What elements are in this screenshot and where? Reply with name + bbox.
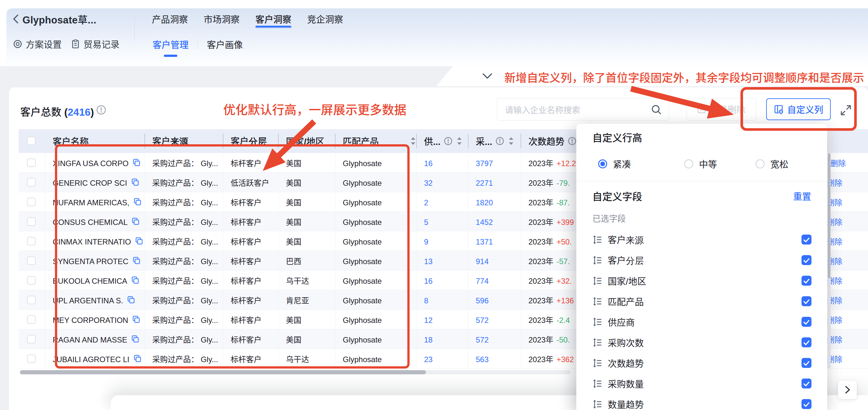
main-tab[interactable]: 竞企洞察 [307,13,343,25]
sub-tab[interactable]: 客户画像 [207,38,243,51]
cell-suppliers-count[interactable]: 9 [424,231,428,251]
col-header-purchases[interactable]: 采... [476,129,515,153]
row-checkbox[interactable] [27,296,36,304]
cell-suppliers-count[interactable]: 16 [424,153,433,172]
cell-purchase-count[interactable]: 1371 [476,231,493,251]
row-checkbox[interactable] [27,158,36,167]
field-checkbox[interactable] [802,235,811,244]
field-checkbox[interactable] [802,338,811,347]
cell-suppliers-count[interactable]: 8 [424,290,428,310]
cell-suppliers-count[interactable]: 5 [424,212,428,231]
cell-purchase-count[interactable]: 1452 [476,212,493,231]
col-header-tier[interactable]: 客户分层 [231,129,267,153]
field-checkbox[interactable] [802,317,811,327]
row-height-radio[interactable]: 宽松 [755,157,788,170]
drag-handle-icon[interactable] [592,297,602,306]
cell-purchase-count[interactable]: 914 [476,251,489,270]
cell-purchase-count[interactable]: 1820 [476,192,493,211]
sort-icon[interactable] [410,136,417,146]
main-tab[interactable]: 客户洞察 [255,13,291,25]
cell-suppliers-count[interactable]: 32 [424,173,433,192]
chevron-down-icon[interactable] [483,73,492,79]
next-page-button[interactable] [838,380,857,400]
copy-icon[interactable] [131,217,140,226]
row-checkbox[interactable] [27,335,36,344]
row-checkbox[interactable] [27,217,36,226]
drag-handle-icon[interactable] [592,256,602,265]
scheme-settings-button[interactable]: 方案设置 [13,38,62,50]
copy-icon[interactable] [132,158,141,167]
drag-handle-icon[interactable] [592,235,602,244]
row-checkbox[interactable] [27,178,36,187]
select-all-checkbox[interactable] [27,137,36,145]
row-checkbox[interactable] [27,276,36,285]
row-checkbox[interactable] [27,198,36,206]
col-header-country[interactable]: 国家/地区 [286,129,324,153]
cell-suppliers-count[interactable]: 2 [424,192,428,211]
main-tab[interactable]: 市场洞察 [204,13,240,25]
sort-icon[interactable] [456,136,463,146]
row-height-radio[interactable]: 紧凑 [598,157,631,170]
cell-suppliers-count[interactable]: 18 [424,329,433,349]
row-checkbox[interactable] [27,237,36,245]
search-input[interactable] [505,104,646,115]
cell-purchase-count[interactable]: 774 [476,270,489,290]
copy-icon[interactable] [135,237,143,245]
drag-handle-icon[interactable] [592,338,602,347]
cell-purchase-count[interactable]: 572 [476,310,489,329]
col-header-source[interactable]: 客户来源 [152,129,188,153]
drag-handle-icon[interactable] [592,400,602,409]
col-header-trend[interactable]: 次数趋势 [528,129,577,153]
drag-handle-icon[interactable] [592,358,602,368]
main-tab[interactable]: 产品洞察 [152,13,188,25]
batch-delete-button[interactable]: 批量删除 [686,98,756,120]
table-vertical-scrollbar-thumb[interactable] [828,154,830,278]
field-checkbox[interactable] [802,296,811,306]
copy-icon[interactable] [131,178,140,186]
radio-icon[interactable] [598,159,607,168]
copy-icon[interactable] [131,335,140,343]
row-height-radio[interactable]: 中等 [684,157,717,170]
field-checkbox[interactable] [802,358,811,368]
cell-suppliers-count[interactable]: 23 [424,349,433,368]
cell-purchase-count[interactable]: 596 [476,290,489,310]
col-header-name[interactable]: 客户名称 [53,129,89,153]
field-checkbox[interactable] [802,255,811,265]
copy-icon[interactable] [131,276,140,284]
custom-columns-button[interactable]: 自定义列 [766,98,831,120]
col-header-suppliers[interactable]: 供... [424,129,463,153]
row-checkbox[interactable] [27,256,36,265]
copy-icon[interactable] [133,354,142,363]
sub-tab[interactable]: 客户管理 [153,38,189,51]
drag-handle-icon[interactable] [592,317,602,327]
drag-handle-icon[interactable] [592,379,602,388]
field-checkbox[interactable] [802,379,811,388]
row-checkbox[interactable] [27,354,36,363]
fullscreen-expand-icon[interactable] [840,104,852,116]
cell-suppliers-count[interactable]: 12 [424,310,433,329]
cell-purchase-count[interactable]: 2271 [476,173,493,192]
field-checkbox[interactable] [802,399,811,409]
drag-handle-icon[interactable] [592,276,602,286]
copy-icon[interactable] [133,198,142,206]
row-checkbox[interactable] [27,315,36,324]
col-header-product[interactable]: 匹配产品 [343,129,421,153]
radio-icon[interactable] [755,159,765,168]
copy-icon[interactable] [127,296,135,304]
sort-icon[interactable] [507,136,515,146]
table-horizontal-scrollbar-thumb[interactable] [20,370,426,374]
row-delete-link[interactable]: 删除 [830,153,846,172]
cell-purchase-count[interactable]: 563 [476,349,489,368]
trade-records-button[interactable]: 贸易记录 [71,38,120,50]
back-icon[interactable] [12,14,19,24]
cell-suppliers-count[interactable]: 16 [424,270,433,290]
cell-purchase-count[interactable]: 3797 [476,153,493,172]
reset-link[interactable]: 重置 [793,189,811,202]
radio-icon[interactable] [684,159,693,168]
copy-icon[interactable] [132,256,141,265]
cell-suppliers-count[interactable]: 13 [424,251,433,270]
search-icon[interactable] [651,104,662,115]
copy-icon[interactable] [132,315,141,324]
field-checkbox[interactable] [802,276,811,286]
cell-purchase-count[interactable]: 572 [476,329,489,349]
